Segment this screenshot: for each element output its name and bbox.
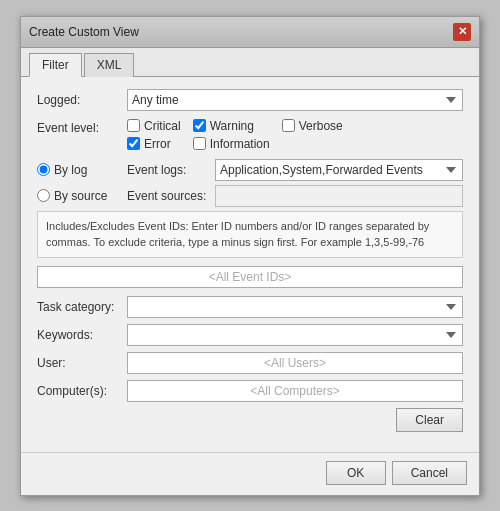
close-button[interactable]: ✕ [453, 23, 471, 41]
event-level-label: Event level: [37, 119, 127, 135]
checkbox-information[interactable]: Information [193, 137, 270, 151]
logged-label: Logged: [37, 93, 127, 107]
cancel-button[interactable]: Cancel [392, 461, 467, 485]
description-text: Includes/Excludes Event IDs: Enter ID nu… [37, 211, 463, 258]
logged-control: Any timeLast hourLast 12 hoursLast 24 ho… [127, 89, 463, 111]
by-log-content: Event logs: Application,System,Forwarded… [127, 159, 463, 181]
tab-bar: Filter XML [21, 48, 479, 77]
user-row: User: [37, 352, 463, 374]
tab-filter[interactable]: Filter [29, 53, 82, 77]
keywords-label: Keywords: [37, 328, 127, 342]
checkbox-critical-input[interactable] [127, 119, 140, 132]
filter-content: Logged: Any timeLast hourLast 12 hoursLa… [21, 77, 479, 452]
by-log-radio-label[interactable]: By log [37, 163, 127, 177]
create-custom-view-dialog: Create Custom View ✕ Filter XML Logged: … [20, 16, 480, 496]
event-level-row: Event level: Critical Warning Verbose Er… [37, 119, 463, 151]
event-sources-wrap [215, 185, 463, 207]
keywords-select[interactable] [127, 324, 463, 346]
event-ids-input[interactable] [37, 266, 463, 288]
clear-button[interactable]: Clear [396, 408, 463, 432]
checkbox-warning[interactable]: Warning [193, 119, 270, 133]
event-sources-select[interactable] [215, 185, 463, 207]
tab-xml[interactable]: XML [84, 53, 135, 77]
checkbox-verbose-input[interactable] [282, 119, 295, 132]
computers-label: Computer(s): [37, 384, 127, 398]
task-category-select[interactable] [127, 296, 463, 318]
user-input[interactable] [127, 352, 463, 374]
computers-row: Computer(s): [37, 380, 463, 402]
logged-select[interactable]: Any timeLast hourLast 12 hoursLast 24 ho… [127, 89, 463, 111]
keywords-row: Keywords: [37, 324, 463, 346]
by-source-content: Event sources: [127, 185, 463, 207]
by-log-row: By log Event logs: Application,System,Fo… [37, 159, 463, 181]
checkbox-critical[interactable]: Critical [127, 119, 181, 133]
task-category-row: Task category: [37, 296, 463, 318]
event-logs-select[interactable]: Application,System,Forwarded Events [215, 159, 463, 181]
checkbox-verbose[interactable]: Verbose [282, 119, 343, 133]
checkbox-error[interactable]: Error [127, 137, 181, 151]
logged-row: Logged: Any timeLast hourLast 12 hoursLa… [37, 89, 463, 111]
checkbox-information-input[interactable] [193, 137, 206, 150]
computers-input[interactable] [127, 380, 463, 402]
by-log-radio[interactable] [37, 163, 50, 176]
event-logs-wrap: Application,System,Forwarded Events [215, 159, 463, 181]
checkbox-warning-input[interactable] [193, 119, 206, 132]
checkbox-error-input[interactable] [127, 137, 140, 150]
by-source-radio[interactable] [37, 189, 50, 202]
by-source-radio-label[interactable]: By source [37, 189, 127, 203]
dialog-buttons: OK Cancel [21, 452, 479, 495]
ok-button[interactable]: OK [326, 461, 386, 485]
event-level-checkboxes: Critical Warning Verbose Error Informati… [127, 119, 343, 151]
by-source-row: By source Event sources: [37, 185, 463, 207]
dialog-title: Create Custom View [29, 25, 139, 39]
user-label: User: [37, 356, 127, 370]
title-bar: Create Custom View ✕ [21, 17, 479, 48]
clear-area: Clear [37, 408, 463, 432]
task-category-label: Task category: [37, 300, 127, 314]
